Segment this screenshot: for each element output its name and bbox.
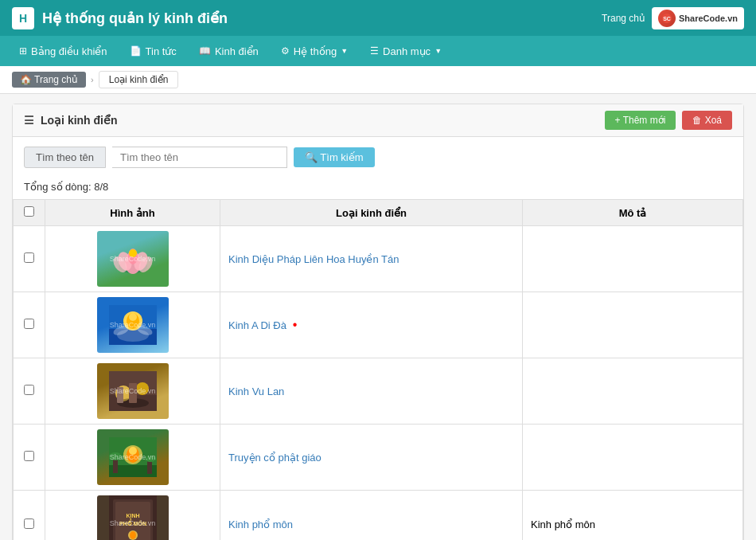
dot-indicator: • xyxy=(293,318,298,331)
search-label: Tìm theo tên xyxy=(24,147,106,168)
row-checkbox-cell xyxy=(14,226,45,292)
svg-rect-23 xyxy=(117,387,123,403)
breadcrumb-separator: › xyxy=(91,75,94,84)
svg-point-40 xyxy=(130,531,136,539)
row-name-link[interactable]: Truyện cổ phật giáo xyxy=(228,452,321,464)
delete-button[interactable]: 🗑 Xoá xyxy=(682,111,732,130)
row-image xyxy=(97,231,169,287)
row-desc-cell xyxy=(523,226,743,292)
row-image xyxy=(97,297,169,353)
table-row: ShareCode.vn Truyện cổ phật giáo xyxy=(14,425,743,491)
card-header-title: ☰ Loại kinh điển xyxy=(24,114,118,127)
row-image-cell: ShareCode.vn xyxy=(45,425,220,491)
breadcrumb-current: Loại kinh điển xyxy=(99,71,179,88)
row-desc-cell xyxy=(523,292,743,358)
breadcrumb-home[interactable]: 🏠 Trang chủ xyxy=(12,72,86,88)
nav-item-bang-dieu-khien[interactable]: ⊞ Bảng điều khiển xyxy=(8,36,119,66)
svg-text:KINH: KINH xyxy=(126,513,139,518)
card: ☰ Loại kinh điển + Thêm mới 🗑 Xoá Tìm th… xyxy=(12,104,744,540)
row-name-cell: Kinh A Di Đà • xyxy=(220,292,523,358)
row-checkbox[interactable] xyxy=(24,451,34,461)
svg-point-9 xyxy=(129,249,137,257)
nav-item-he-thong[interactable]: ⚙ Hệ thống xyxy=(270,36,359,66)
row-name-link[interactable]: Kinh Vu Lan xyxy=(228,385,284,397)
row-desc-cell xyxy=(523,425,743,491)
card-title: Loại kinh điển xyxy=(41,114,118,127)
col-header-check xyxy=(14,200,45,226)
nav-item-tin-tuc[interactable]: 📄 Tin tức xyxy=(119,36,188,66)
gear-icon: ⚙ xyxy=(281,45,290,57)
news-icon: 📄 xyxy=(130,45,142,57)
nav-item-danh-muc[interactable]: ☰ Danh mục xyxy=(359,36,453,66)
search-bar: Tìm theo tên 🔍 Tìm kiếm xyxy=(13,137,743,178)
dashboard-icon: ⊞ xyxy=(19,45,27,57)
svg-point-14 xyxy=(129,313,137,321)
row-image-cell: KINH PHỔ MÔN ShareCode.vn xyxy=(45,491,220,541)
book-icon: 📖 xyxy=(199,45,211,57)
row-desc-cell: Kinh phổ môn xyxy=(523,491,743,541)
row-checkbox[interactable] xyxy=(24,518,34,529)
data-table: Hình ảnh Loại kinh điển Mô tả xyxy=(13,199,743,540)
navbar: ⊞ Bảng điều khiển 📄 Tin tức 📖 Kinh điển … xyxy=(0,36,756,66)
row-name-cell: Kinh Diệu Pháp Liên Hoa Huyền Tán xyxy=(220,226,523,292)
logo-icon: H xyxy=(12,7,34,29)
row-name-link[interactable]: Kinh phổ môn xyxy=(228,518,293,530)
row-image xyxy=(97,363,169,419)
row-image-cell: ShareCode.vn xyxy=(45,358,220,425)
svg-rect-24 xyxy=(129,383,137,403)
table-row: KINH PHỔ MÔN ShareCode.vn Kinh phổ môn xyxy=(14,491,743,541)
sharecode-badge: SC ShareCode.vn xyxy=(652,7,744,29)
select-all-checkbox[interactable] xyxy=(24,206,34,217)
sharecode-label: ShareCode.vn xyxy=(679,14,738,23)
row-image xyxy=(97,429,169,485)
card-header: ☰ Loại kinh điển + Thêm mới 🗑 Xoá xyxy=(13,104,743,137)
top-trang-chu-link[interactable]: Trang chủ xyxy=(602,13,645,24)
row-image-cell: ShareCode.vn xyxy=(45,292,220,358)
row-checkbox-cell xyxy=(14,358,45,425)
col-header-image: Hình ảnh xyxy=(45,200,220,226)
svg-point-32 xyxy=(109,452,122,460)
top-right: Trang chủ SC ShareCode.vn xyxy=(602,7,744,29)
svg-point-29 xyxy=(129,447,137,455)
row-checkbox[interactable] xyxy=(24,252,34,263)
row-checkbox[interactable] xyxy=(24,319,34,329)
row-image-cell: ShareCode.vn xyxy=(45,226,220,292)
record-count: Tổng số dòng: 8/8 xyxy=(13,178,743,199)
main-content: ☰ Loại kinh điển + Thêm mới 🗑 Xoá Tìm th… xyxy=(0,94,756,540)
row-name-link[interactable]: Kinh Diệu Pháp Liên Hoa Huyền Tán xyxy=(228,253,399,265)
col-header-desc: Mô tả xyxy=(523,200,743,226)
sharecode-circle-icon: SC xyxy=(658,10,676,27)
table-row: ShareCode.vn Kinh Diệu Pháp Liên Hoa Huy… xyxy=(14,226,743,292)
list-icon: ☰ xyxy=(370,45,379,57)
row-checkbox-cell xyxy=(14,491,45,541)
row-checkbox-cell xyxy=(14,425,45,491)
svg-point-21 xyxy=(136,382,149,395)
table-row: ShareCode.vn Kinh Vu Lan xyxy=(14,358,743,425)
nav-item-kinh-dien[interactable]: 📖 Kinh điển xyxy=(188,36,270,66)
col-header-name: Loại kinh điển xyxy=(220,200,523,226)
row-checkbox-cell xyxy=(14,292,45,358)
breadcrumb: 🏠 Trang chủ › Loại kinh điển xyxy=(0,66,756,94)
row-name-cell: Kinh phổ môn xyxy=(220,491,523,541)
site-title: Hệ thống quản lý kinh điển xyxy=(42,10,602,27)
table-row: ShareCode.vn Kinh A Di Đà • xyxy=(14,292,743,358)
add-button[interactable]: + Thêm mới xyxy=(605,111,676,130)
svg-point-33 xyxy=(145,456,156,462)
card-header-actions: + Thêm mới 🗑 Xoá xyxy=(605,111,732,130)
svg-text:SC: SC xyxy=(663,16,671,22)
row-name-cell: Kinh Vu Lan xyxy=(220,358,523,425)
row-image: KINH PHỔ MÔN xyxy=(97,495,169,540)
list-header-icon: ☰ xyxy=(24,114,34,127)
row-desc-cell xyxy=(523,358,743,425)
search-button[interactable]: 🔍 Tìm kiếm xyxy=(294,147,375,167)
row-checkbox[interactable] xyxy=(24,385,34,395)
row-name-link[interactable]: Kinh A Di Đà xyxy=(228,319,286,331)
row-name-cell: Truyện cổ phật giáo xyxy=(220,425,523,491)
search-input[interactable] xyxy=(112,147,287,168)
top-header: H Hệ thống quản lý kinh điển Trang chủ S… xyxy=(0,0,756,36)
